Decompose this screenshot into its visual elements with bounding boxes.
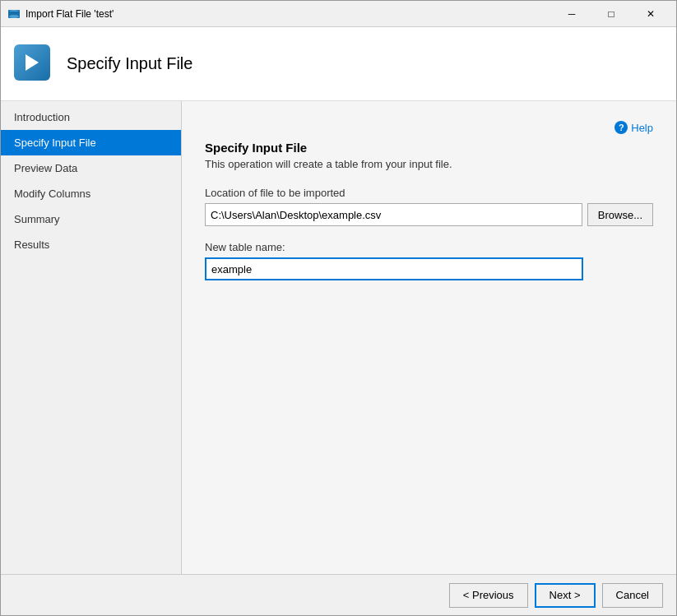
sidebar-item-label: Modify Columns	[14, 188, 90, 200]
file-location-section: Location of file to be imported Browse..…	[205, 187, 653, 226]
window-controls: ─ □ ✕	[553, 2, 670, 25]
sidebar-item-preview-data[interactable]: Preview Data	[1, 155, 181, 181]
content-title: Specify Input File	[205, 141, 653, 155]
browse-button[interactable]: Browse...	[587, 203, 653, 226]
content-area: ? Help Specify Input File This operation…	[182, 101, 676, 574]
sidebar-item-label: Preview Data	[14, 162, 77, 174]
cancel-button[interactable]: Cancel	[602, 583, 663, 608]
content-description: This operation will create a table from …	[205, 158, 653, 170]
help-area: ? Help	[205, 121, 653, 134]
sidebar-item-label: Specify Input File	[14, 137, 96, 149]
table-name-input[interactable]	[205, 257, 583, 280]
help-icon: ?	[614, 121, 628, 134]
svg-point-3	[9, 15, 19, 18]
file-path-input[interactable]	[205, 203, 582, 226]
main-window: Import Flat File 'test' ─ □ ✕ Specify In…	[0, 0, 677, 616]
sidebar-item-introduction[interactable]: Introduction	[1, 104, 181, 130]
sidebar-item-summary[interactable]: Summary	[1, 206, 181, 232]
maximize-button[interactable]: □	[592, 2, 630, 25]
close-button[interactable]: ✕	[632, 2, 670, 25]
app-icon	[7, 7, 21, 21]
sidebar: Introduction Specify Input File Preview …	[1, 101, 182, 574]
sidebar-item-specify-input-file[interactable]: Specify Input File	[1, 130, 181, 155]
footer: < Previous Next > Cancel	[1, 574, 676, 615]
help-button[interactable]: ? Help	[614, 121, 653, 134]
minimize-button[interactable]: ─	[553, 2, 591, 25]
file-input-row: Browse...	[205, 203, 653, 226]
table-name-section: New table name:	[205, 241, 653, 280]
next-button[interactable]: Next >	[535, 583, 596, 608]
arrow-icon	[26, 54, 39, 71]
header-icon	[14, 44, 53, 84]
title-bar-text: Import Flat File 'test'	[26, 8, 553, 20]
sidebar-item-modify-columns[interactable]: Modify Columns	[1, 181, 181, 206]
main-content: Introduction Specify Input File Preview …	[1, 101, 676, 574]
file-location-label: Location of file to be imported	[205, 187, 653, 199]
sidebar-item-label: Summary	[14, 213, 60, 225]
table-name-label: New table name:	[205, 241, 653, 253]
previous-button[interactable]: < Previous	[449, 583, 528, 608]
help-label: Help	[631, 122, 653, 134]
sidebar-item-label: Introduction	[14, 111, 70, 123]
sidebar-item-label: Results	[14, 239, 49, 251]
header-title: Specify Input File	[67, 54, 192, 73]
header: Specify Input File	[1, 27, 676, 101]
title-bar: Import Flat File 'test' ─ □ ✕	[1, 1, 676, 27]
sidebar-item-results[interactable]: Results	[1, 232, 181, 257]
